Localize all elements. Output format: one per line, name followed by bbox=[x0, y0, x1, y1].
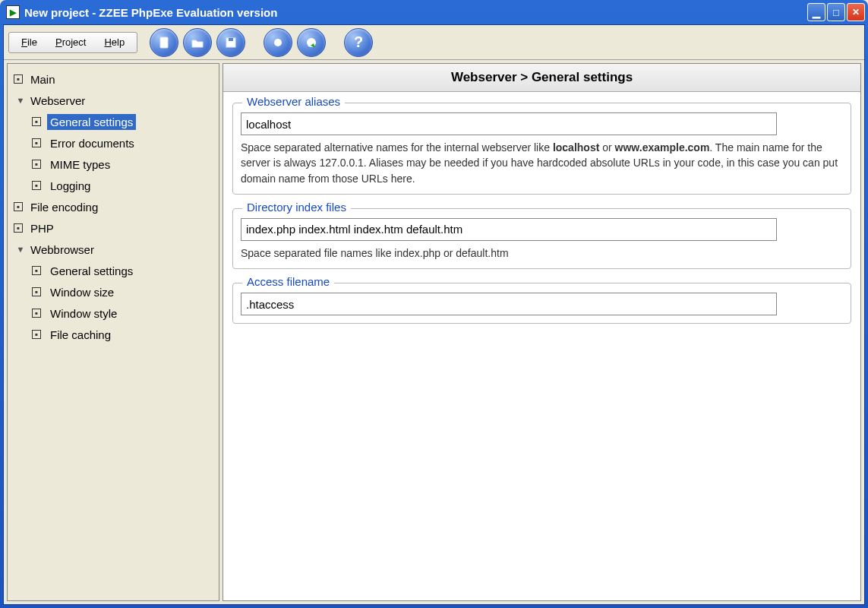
tree-label: Webserver bbox=[27, 93, 88, 109]
index-help: Space separated file names like index.ph… bbox=[241, 245, 843, 261]
bullet-icon bbox=[14, 74, 27, 84]
chevron-down-icon[interactable]: ▼ bbox=[14, 96, 27, 105]
menu-help[interactable]: Help bbox=[95, 35, 134, 49]
tree-item-php[interactable]: PHP bbox=[9, 217, 217, 239]
app-icon bbox=[6, 5, 20, 19]
bullet-icon bbox=[32, 309, 41, 318]
bullet-icon bbox=[32, 287, 41, 296]
tree-item-webbrowser[interactable]: ▼Webbrowser bbox=[9, 239, 217, 260]
chevron-down-icon[interactable]: ▼ bbox=[14, 245, 27, 254]
new-file-icon[interactable] bbox=[150, 28, 178, 57]
main-panel: Webserver > General settings Webserver a… bbox=[223, 63, 861, 601]
tree-item-mime-types[interactable]: MIME types bbox=[9, 154, 217, 175]
bullet-icon bbox=[14, 202, 27, 211]
bullet-icon bbox=[32, 117, 41, 126]
tree-item-main[interactable]: Main bbox=[9, 68, 217, 90]
svg-rect-0 bbox=[160, 37, 168, 48]
access-filename-input[interactable] bbox=[241, 293, 777, 315]
panel-breadcrumb: Webserver > General settings bbox=[223, 64, 860, 92]
tree-label: Webbrowser bbox=[27, 242, 97, 258]
tree-label: Window style bbox=[47, 306, 120, 321]
open-folder-icon[interactable] bbox=[183, 28, 212, 57]
toolbar: File Project Help ? bbox=[4, 25, 864, 60]
tree-label: PHP bbox=[27, 220, 57, 236]
client-area: File Project Help ? Main▼WebserverGenera… bbox=[3, 24, 865, 605]
fieldset-access-filename: Access filename bbox=[232, 283, 851, 324]
legend-index: Directory index files bbox=[242, 201, 351, 214]
sidebar-tree[interactable]: Main▼WebserverGeneral settingsError docu… bbox=[7, 63, 219, 601]
bullet-icon bbox=[32, 181, 41, 190]
svg-point-3 bbox=[274, 39, 282, 46]
bullet-icon bbox=[32, 138, 41, 147]
svg-rect-2 bbox=[229, 38, 233, 41]
window-title: New project - ZZEE PhpExe Evaluation ver… bbox=[24, 6, 277, 19]
menubar: File Project Help bbox=[8, 32, 137, 53]
tree-item-file-encoding[interactable]: File encoding bbox=[9, 196, 217, 217]
bullet-icon bbox=[32, 330, 41, 339]
tree-item-webserver[interactable]: ▼Webserver bbox=[9, 90, 217, 111]
help-icon[interactable]: ? bbox=[344, 28, 373, 57]
tree-item-general-settings[interactable]: General settings bbox=[9, 111, 217, 132]
tree-item-window-style[interactable]: Window style bbox=[9, 302, 217, 324]
tree-item-general-settings[interactable]: General settings bbox=[9, 260, 217, 281]
bullet-icon bbox=[32, 160, 41, 169]
panel-body: Webserver aliases Space separated altern… bbox=[223, 92, 860, 334]
tree-label: File caching bbox=[47, 327, 114, 343]
tree-label: Logging bbox=[47, 178, 93, 194]
tree-label: General settings bbox=[47, 263, 136, 279]
tree-item-file-caching[interactable]: File caching bbox=[9, 324, 217, 345]
tree-label: Window size bbox=[47, 284, 117, 300]
run-arrow-icon[interactable] bbox=[297, 28, 326, 57]
tree-item-logging[interactable]: Logging bbox=[9, 175, 217, 196]
fieldset-directory-index: Directory index files Space separated fi… bbox=[232, 208, 851, 269]
legend-access: Access filename bbox=[242, 275, 334, 288]
bullet-icon bbox=[14, 223, 27, 233]
legend-aliases: Webserver aliases bbox=[242, 95, 345, 108]
app-window: New project - ZZEE PhpExe Evaluation ver… bbox=[0, 0, 868, 608]
index-files-input[interactable] bbox=[241, 218, 777, 241]
menu-project[interactable]: Project bbox=[46, 35, 95, 49]
bullet-icon bbox=[32, 266, 41, 275]
titlebar[interactable]: New project - ZZEE PhpExe Evaluation ver… bbox=[0, 0, 868, 24]
save-disk-icon[interactable] bbox=[216, 28, 245, 57]
aliases-input[interactable] bbox=[241, 112, 777, 135]
tree-label: MIME types bbox=[47, 157, 113, 173]
menu-file[interactable]: File bbox=[12, 35, 46, 49]
tree-item-window-size[interactable]: Window size bbox=[9, 281, 217, 302]
aliases-help: Space separated alternative names for th… bbox=[241, 140, 843, 186]
tree-label: File encoding bbox=[27, 199, 101, 215]
tree-label: General settings bbox=[47, 114, 136, 130]
close-button[interactable] bbox=[847, 3, 865, 21]
run-circle-icon[interactable] bbox=[264, 28, 292, 57]
content: Main▼WebserverGeneral settingsError docu… bbox=[4, 60, 864, 604]
fieldset-webserver-aliases: Webserver aliases Space separated altern… bbox=[232, 103, 851, 195]
maximize-button[interactable] bbox=[827, 3, 845, 21]
minimize-button[interactable] bbox=[807, 3, 825, 21]
tree-label: Main bbox=[27, 71, 58, 87]
tree-item-error-documents[interactable]: Error documents bbox=[9, 132, 217, 154]
tree-label: Error documents bbox=[47, 135, 137, 151]
